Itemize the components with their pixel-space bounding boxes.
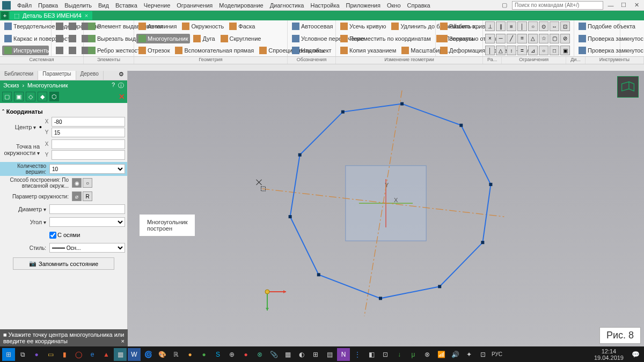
polygon-button[interactable]: Многоугольник bbox=[136, 34, 190, 43]
clock[interactable]: 12:1419.04.2019 bbox=[590, 348, 628, 361]
center-x-input[interactable] bbox=[52, 117, 125, 127]
cst-7[interactable]: ↔ bbox=[550, 21, 559, 31]
cut-extrude-button[interactable]: Вырезать выдавливанием bbox=[86, 34, 131, 43]
deform-button[interactable]: Деформация перемещением bbox=[438, 46, 480, 55]
cst-24[interactable]: ▣ bbox=[560, 46, 570, 55]
menu-draw[interactable]: Черчение bbox=[141, 2, 174, 9]
tb-app4[interactable]: ◯ bbox=[72, 348, 85, 361]
pt-4[interactable]: ◆ bbox=[38, 92, 47, 101]
tb-app9[interactable]: ℝ bbox=[170, 348, 182, 361]
new-tab-button[interactable]: + bbox=[1, 12, 9, 19]
pt-1[interactable]: ▢ bbox=[2, 92, 12, 101]
bc-2[interactable]: Многоугольник bbox=[27, 82, 68, 88]
menu-constraints[interactable]: Ограничения bbox=[173, 2, 216, 9]
menu-edit[interactable]: Правка bbox=[35, 2, 61, 9]
pt-3[interactable]: ◇ bbox=[26, 92, 35, 101]
tb-tray7[interactable]: ✦ bbox=[463, 348, 475, 361]
hint-close-icon[interactable]: × bbox=[121, 338, 125, 344]
cst-3[interactable]: ≡ bbox=[507, 21, 516, 31]
menu-view[interactable]: Вид bbox=[95, 2, 112, 9]
trim-button[interactable]: Усечь кривую bbox=[338, 21, 388, 31]
panel-gear-icon[interactable]: ⚙ bbox=[115, 71, 127, 80]
close-button[interactable]: ✕ bbox=[631, 1, 642, 10]
menu-settings[interactable]: Настройка bbox=[307, 2, 342, 9]
qat-2[interactable] bbox=[67, 21, 78, 31]
cst-15[interactable]: ▢ bbox=[550, 34, 559, 43]
tab-tree[interactable]: Дерево bbox=[76, 71, 104, 80]
tb-tray2[interactable]: ⊡ bbox=[379, 348, 392, 361]
tb-onenote[interactable]: N bbox=[337, 348, 350, 361]
tb-app8[interactable]: 🎨 bbox=[156, 348, 169, 361]
menu-diag[interactable]: Диагностика bbox=[267, 2, 308, 9]
search-input[interactable] bbox=[512, 1, 603, 10]
tb-tray4[interactable]: μ bbox=[407, 348, 420, 361]
cst-8[interactable]: ⊡ bbox=[560, 21, 570, 31]
cst-2[interactable]: ∥ bbox=[496, 21, 506, 31]
tb-lang[interactable]: РУС bbox=[491, 348, 503, 361]
center-y-input[interactable] bbox=[52, 128, 125, 137]
cst-10[interactable]: ─ bbox=[496, 34, 506, 43]
extrude-button[interactable]: Элемент выдавливания bbox=[86, 21, 131, 31]
start-button[interactable]: ⊞ bbox=[2, 348, 15, 361]
fillet-button[interactable]: Скругление bbox=[218, 34, 264, 43]
cst-14[interactable]: ☆ bbox=[539, 34, 548, 43]
tb-notif[interactable]: 💬 bbox=[629, 348, 642, 361]
move-button[interactable]: Переместить по координатам bbox=[338, 34, 433, 43]
copy-button[interactable]: Копия указанием bbox=[338, 46, 398, 55]
param-close-icon[interactable]: ✕ bbox=[119, 92, 125, 101]
aux-line-button[interactable]: Вспомогательная прямая bbox=[173, 46, 256, 55]
check2-button[interactable]: Проверка замкнутос... bbox=[576, 46, 618, 55]
document-tab[interactable]: ⬚ Деталь БЕЗ ИМЕНИ4 × bbox=[10, 11, 92, 20]
tb-app12[interactable]: ⊕ bbox=[225, 348, 238, 361]
view-cube[interactable] bbox=[617, 76, 639, 98]
minimize-button[interactable]: — bbox=[605, 1, 616, 10]
tb-app6[interactable]: ▦ bbox=[114, 348, 127, 361]
cst-23[interactable]: □ bbox=[550, 46, 559, 55]
radius-mode-button[interactable]: R bbox=[83, 191, 92, 201]
qat-7[interactable] bbox=[54, 46, 65, 55]
auto-axis-button[interactable]: Автоосевая bbox=[290, 21, 333, 31]
cst-22[interactable]: ○ bbox=[539, 46, 548, 55]
tb-app1[interactable]: ● bbox=[30, 348, 43, 361]
menu-select[interactable]: Выделить bbox=[61, 2, 95, 9]
menu-apps[interactable]: Приложения bbox=[343, 2, 384, 9]
tb-app10[interactable]: ● bbox=[184, 348, 196, 361]
qat-4[interactable] bbox=[54, 34, 65, 43]
point-x-input[interactable] bbox=[52, 139, 125, 149]
tb-app3[interactable]: ▮ bbox=[58, 348, 71, 361]
tb-tray3[interactable]: ↓ bbox=[393, 348, 406, 361]
cst-13[interactable]: △ bbox=[528, 34, 538, 43]
section-coords[interactable]: ˆКоординаты bbox=[2, 106, 125, 117]
tab-parameters[interactable]: Параметры bbox=[38, 71, 76, 80]
menu-file[interactable]: Файл bbox=[14, 2, 35, 9]
info-icon[interactable]: ⓘ bbox=[118, 82, 124, 90]
layout-icon[interactable]: ▢ bbox=[499, 1, 510, 10]
tab-close-icon[interactable]: × bbox=[85, 12, 88, 19]
autoline-button[interactable]: Автолиния bbox=[136, 21, 179, 31]
menu-help[interactable]: Справка bbox=[404, 2, 434, 9]
cst-4[interactable]: │ bbox=[517, 21, 527, 31]
cst-17[interactable]: │ bbox=[485, 46, 495, 55]
pt-5[interactable]: ⬡ bbox=[49, 92, 59, 101]
tb-app18[interactable]: ⊞ bbox=[309, 348, 322, 361]
check1-button[interactable]: Проверка замкнутос... bbox=[576, 34, 618, 43]
menu-insert[interactable]: Вставка bbox=[112, 2, 141, 9]
help-icon[interactable]: ? bbox=[112, 82, 115, 90]
tb-app16[interactable]: ▦ bbox=[281, 348, 294, 361]
text-button[interactable]: Надпись bbox=[290, 46, 333, 55]
tb-tray5[interactable]: ⊗ bbox=[421, 348, 434, 361]
tb-skype[interactable]: S bbox=[211, 348, 224, 361]
vertices-select[interactable]: 10 bbox=[49, 164, 125, 174]
tab-libraries[interactable]: Библиотеки bbox=[0, 71, 38, 80]
qat-5[interactable] bbox=[67, 34, 78, 43]
angle-select[interactable] bbox=[49, 217, 125, 227]
tb-app15[interactable]: 📎 bbox=[267, 348, 280, 361]
cst-6[interactable]: ⊙ bbox=[539, 21, 548, 31]
tb-vol[interactable]: 🔊 bbox=[449, 348, 462, 361]
cond-intersect-button[interactable]: Условное пересечение bbox=[290, 34, 333, 43]
cst-19[interactable]: ↕ bbox=[507, 46, 516, 55]
tb-app11[interactable]: ● bbox=[197, 348, 210, 361]
tb-app17[interactable]: ◐ bbox=[295, 348, 308, 361]
diameter-input[interactable] bbox=[49, 204, 125, 214]
point-y-input[interactable] bbox=[52, 150, 125, 160]
